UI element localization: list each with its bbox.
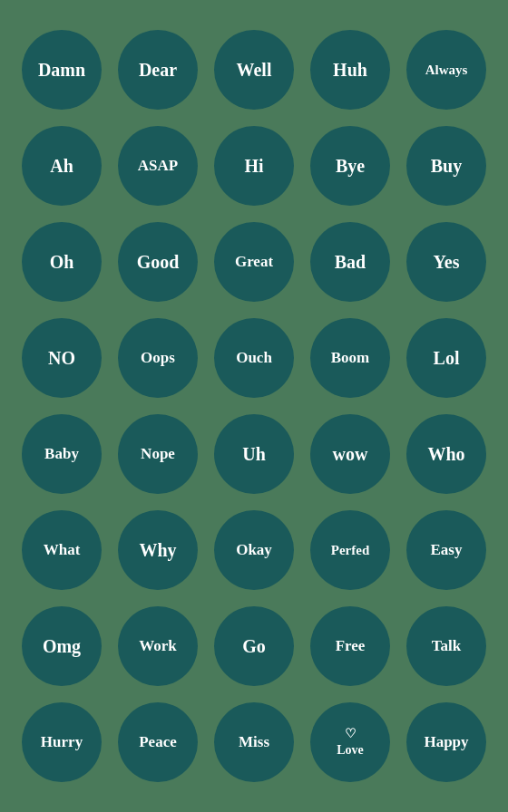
bubble-label: Oh: [46, 248, 78, 276]
bubble-label: Great: [231, 250, 277, 275]
word-bubble-lol[interactable]: Lol: [406, 318, 486, 398]
word-bubble-hi[interactable]: Hi: [214, 126, 294, 206]
bubble-label: Go: [239, 633, 269, 660]
bubble-label: NO: [44, 344, 79, 372]
word-bubble-what[interactable]: What: [22, 510, 102, 590]
word-bubble-work[interactable]: Work: [118, 606, 198, 686]
bubble-label: Bad: [331, 248, 369, 276]
bubble-label: Okay: [232, 538, 276, 563]
word-bubble-boom[interactable]: Boom: [310, 318, 390, 398]
word-bubble-go[interactable]: Go: [214, 606, 294, 686]
word-bubble-asap[interactable]: ASAP: [118, 126, 198, 206]
word-bubble-okay[interactable]: Okay: [214, 510, 294, 590]
bubble-label: Boom: [327, 346, 374, 371]
word-bubble-bad[interactable]: Bad: [310, 222, 390, 302]
bubble-label: Peace: [135, 730, 181, 755]
bubble-label: Yes: [430, 248, 464, 276]
word-bubble-oops[interactable]: Oops: [118, 318, 198, 398]
bubble-label: Who: [424, 440, 468, 468]
bubble-label: Hurry: [37, 730, 86, 755]
word-bubble-great[interactable]: Great: [214, 222, 294, 302]
emoji-grid: DamnDearWellHuhAlwaysAhASAPHiByeBuyOhGoo…: [0, 3, 508, 809]
bubble-label: Easy: [427, 538, 466, 563]
word-bubble-bye[interactable]: Bye: [310, 126, 390, 206]
word-bubble-happy[interactable]: Happy: [406, 702, 486, 782]
word-bubble-free[interactable]: Free: [310, 606, 390, 686]
word-bubble-good[interactable]: Good: [118, 222, 198, 302]
bubble-label: ASAP: [134, 154, 181, 179]
word-bubble-why[interactable]: Why: [118, 510, 198, 590]
bubble-label: Ah: [46, 152, 77, 179]
word-bubble-yes[interactable]: Yes: [406, 222, 486, 302]
bubble-label: What: [40, 538, 84, 563]
bubble-label: ♡Love: [333, 722, 367, 762]
bubble-label: Miss: [235, 730, 273, 755]
word-bubble-peace[interactable]: Peace: [118, 702, 198, 782]
word-bubble-perfed[interactable]: Perfed: [310, 510, 390, 590]
word-bubble-huh[interactable]: Huh: [310, 30, 390, 110]
word-bubble-hurry[interactable]: Hurry: [22, 702, 102, 782]
word-bubble-baby[interactable]: Baby: [22, 414, 102, 494]
word-bubble-oh[interactable]: Oh: [22, 222, 102, 302]
bubble-label: Talk: [428, 634, 464, 659]
word-bubble-no[interactable]: NO: [22, 318, 102, 398]
bubble-label: Lol: [430, 344, 464, 372]
bubble-label: Uh: [239, 440, 269, 468]
bubble-label: Damn: [34, 56, 89, 83]
word-bubble-talk[interactable]: Talk: [406, 606, 486, 686]
bubble-label: Buy: [427, 152, 465, 179]
word-bubble-who[interactable]: Who: [406, 414, 486, 494]
bubble-label: Dear: [135, 56, 181, 83]
word-bubble-uh[interactable]: Uh: [214, 414, 294, 494]
bubble-label: Nope: [137, 442, 179, 467]
word-bubble-easy[interactable]: Easy: [406, 510, 486, 590]
bubble-label: wow: [329, 440, 372, 468]
bubble-label: Good: [133, 248, 183, 276]
word-bubble-miss[interactable]: Miss: [214, 702, 294, 782]
bubble-label: Perfed: [327, 539, 373, 562]
word-bubble-dear[interactable]: Dear: [118, 30, 198, 110]
word-bubble-buy[interactable]: Buy: [406, 126, 486, 206]
bubble-label: Oops: [137, 346, 179, 371]
bubble-label: Well: [233, 56, 276, 83]
bubble-label: Always: [422, 59, 472, 82]
bubble-label: Omg: [39, 633, 84, 660]
word-bubble-wow[interactable]: wow: [310, 414, 390, 494]
word-bubble-ah[interactable]: Ah: [22, 126, 102, 206]
bubble-label: Why: [135, 536, 180, 564]
bubble-label: Hi: [240, 152, 267, 179]
bubble-label: Work: [135, 634, 181, 659]
word-bubble-damn[interactable]: Damn: [22, 30, 102, 110]
bubble-label: Baby: [41, 442, 83, 467]
bubble-label: Bye: [332, 152, 368, 179]
word-bubble-nope[interactable]: Nope: [118, 414, 198, 494]
word-bubble-love[interactable]: ♡Love: [310, 702, 390, 782]
word-bubble-well[interactable]: Well: [214, 30, 294, 110]
bubble-label: Huh: [329, 56, 371, 83]
word-bubble-always[interactable]: Always: [406, 30, 486, 110]
word-bubble-ouch[interactable]: Ouch: [214, 318, 294, 398]
bubble-label: Ouch: [232, 346, 276, 371]
bubble-label: Happy: [420, 730, 472, 755]
bubble-label: Free: [332, 634, 369, 659]
word-bubble-omg[interactable]: Omg: [22, 606, 102, 686]
